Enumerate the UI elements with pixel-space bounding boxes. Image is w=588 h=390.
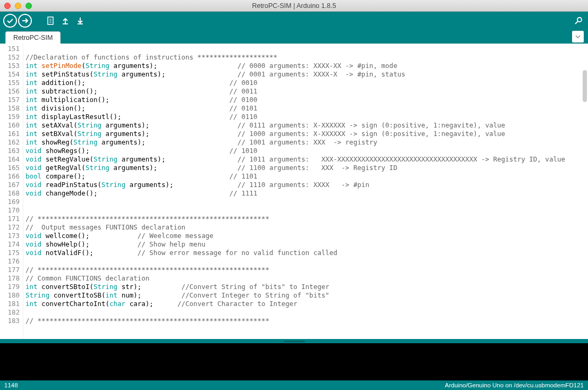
close-button[interactable] xyxy=(4,3,11,9)
tab-menu-button[interactable] xyxy=(572,31,584,43)
console[interactable] xyxy=(0,343,588,380)
divider-handle-icon xyxy=(284,341,305,342)
open-button[interactable] xyxy=(58,14,72,28)
svg-point-1 xyxy=(577,18,582,22)
editor[interactable]: 1511521531541551561571581591601611621631… xyxy=(0,44,588,339)
upload-button[interactable] xyxy=(18,14,32,28)
toolbar xyxy=(0,12,588,30)
line-gutter: 1511521531541551561571581591601611621631… xyxy=(0,44,23,339)
window-title: RetroPC-SIM | Arduino 1.8.5 xyxy=(252,2,336,10)
save-button[interactable] xyxy=(73,14,87,28)
verify-button[interactable] xyxy=(3,14,17,28)
titlebar: RetroPC-SIM | Arduino 1.8.5 xyxy=(0,0,588,12)
status-board-port: Arduino/Genuino Uno on /dev/cu.usbmodemF… xyxy=(445,382,584,388)
serial-monitor-button[interactable] xyxy=(571,14,585,28)
pane-divider[interactable] xyxy=(0,339,588,343)
code-area[interactable]: //Declaration of functions of instructio… xyxy=(23,44,588,339)
status-line-number: 1148 xyxy=(4,382,18,388)
minimize-button[interactable] xyxy=(15,3,21,9)
tab-bar: RetroPC-SIM xyxy=(0,30,588,44)
new-button[interactable] xyxy=(44,14,57,28)
window-controls xyxy=(4,3,32,9)
vertical-scrollbar[interactable] xyxy=(583,70,587,102)
maximize-button[interactable] xyxy=(25,3,32,9)
tab-sketch[interactable]: RetroPC-SIM xyxy=(5,31,61,44)
status-bar: 1148 Arduino/Genuino Uno on /dev/cu.usbm… xyxy=(0,380,588,390)
